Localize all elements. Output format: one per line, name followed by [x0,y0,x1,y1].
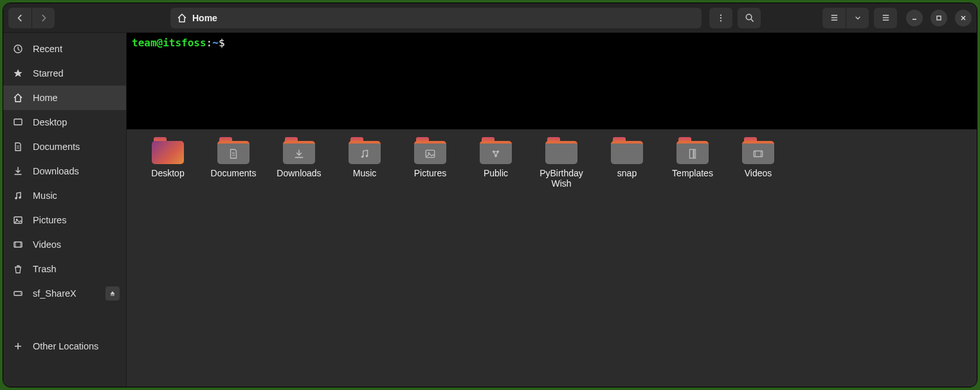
svg-rect-12 [937,16,941,20]
star-icon [12,68,24,79]
sidebar-item-label: Other Locations [33,341,98,351]
file-item-snap[interactable]: snap [596,136,658,189]
svg-point-27 [20,293,21,294]
sidebar-item-home[interactable]: Home [3,86,126,110]
file-item-templates[interactable]: Templates [662,136,723,189]
sidebar-item-label: Recent [33,44,62,54]
sidebar-item-label: Videos [33,239,61,250]
svg-line-4 [751,19,753,21]
maximize-button[interactable] [930,10,947,26]
clock-icon [12,44,24,54]
home-icon [177,13,187,23]
search-button[interactable] [738,8,761,28]
sidebar-item-label: Desktop [33,117,67,127]
file-item-desktop[interactable]: Desktop [137,136,199,189]
sidebar-item-recent[interactable]: Recent [3,37,126,61]
sidebar-item-videos[interactable]: Videos [3,232,126,257]
sidebar-item-pictures[interactable]: Pictures [3,208,126,232]
sidebar-item-sfsharex[interactable]: sf_ShareX [3,281,126,306]
folder-icon [414,137,446,164]
minimize-button[interactable] [906,10,923,26]
svg-rect-16 [14,119,22,125]
file-item-videos[interactable]: Videos [727,136,789,189]
path-location: Home [192,13,217,23]
file-label: Pictures [414,168,447,178]
svg-point-1 [720,17,721,18]
sidebar-item-documents[interactable]: Documents [3,135,126,159]
svg-point-3 [746,14,751,19]
sidebar-item-label: Starred [33,68,64,79]
view-dropdown-button[interactable] [846,8,869,28]
sidebar: Recent Starred Home Desktop [3,33,127,387]
svg-line-41 [496,152,498,156]
file-item-public[interactable]: Public [465,136,527,189]
terminal-user: team [132,37,157,49]
file-label: PyBirthday Wish [540,168,583,189]
view-buttons [822,8,869,28]
sidebar-item-starred[interactable]: Starred [3,61,126,86]
sidebar-item-label: Documents [33,142,80,152]
folder-icon [611,137,643,164]
svg-line-40 [494,152,496,156]
file-item-music[interactable]: Music [334,136,395,189]
hamburger-menu-button[interactable] [874,8,897,28]
sidebar-item-label: Trash [33,264,57,274]
trash-icon [12,264,24,274]
kebab-menu-button[interactable] [709,8,732,28]
file-label: Downloads [277,168,321,178]
drive-icon [12,288,24,299]
home-icon [12,93,24,103]
file-label: Desktop [151,168,184,178]
terminal-path: ~ [212,37,219,49]
folder-icon [742,137,774,164]
document-icon [12,142,24,152]
desktop-folder-icon [152,137,184,164]
svg-point-32 [361,156,364,158]
download-icon [12,166,24,176]
svg-rect-42 [690,149,694,158]
back-button[interactable] [8,8,32,28]
window-body: Recent Starred Home Desktop [3,33,977,387]
sidebar-item-music[interactable]: Music [3,183,126,208]
terminal-at: @ [157,37,163,49]
file-item-pybirthdaywish[interactable]: PyBirthday Wish [531,136,592,189]
file-manager-window: Home [3,3,977,387]
close-button[interactable] [955,10,972,26]
nav-buttons [8,8,55,28]
embedded-terminal[interactable]: team@itsfoss:~$ [127,33,977,129]
folder-icon [545,137,577,164]
svg-point-20 [19,196,21,199]
svg-point-2 [720,20,721,21]
folder-icon [283,137,315,164]
forward-button[interactable] [32,8,55,28]
headerbar: Home [3,3,977,33]
folder-icon [676,137,709,164]
folder-icon [480,137,512,164]
eject-button[interactable] [105,286,120,301]
file-item-pictures[interactable]: Pictures [399,136,461,189]
sidebar-item-label: Downloads [33,166,79,176]
path-bar[interactable]: Home [170,8,702,28]
sidebar-item-trash[interactable]: Trash [3,257,126,281]
sidebar-item-downloads[interactable]: Downloads [3,159,126,183]
file-label: Music [353,168,377,178]
svg-point-19 [15,197,17,200]
music-icon [12,190,24,201]
list-view-button[interactable] [822,8,846,28]
file-grid: Desktop Documents [127,129,977,387]
file-item-downloads[interactable]: Downloads [268,136,330,189]
window-controls [906,10,972,26]
terminal-prompt: $ [219,37,225,49]
file-label: Documents [211,168,257,178]
svg-rect-43 [694,149,695,158]
main-pane: team@itsfoss:~$ Desktop Documents [127,33,977,387]
folder-icon [217,137,250,164]
video-icon [12,239,24,250]
sidebar-item-desktop[interactable]: Desktop [3,110,126,135]
sidebar-item-other-locations[interactable]: Other Locations [3,334,126,358]
sidebar-item-label: Pictures [33,215,66,225]
terminal-host: itsfoss [163,37,206,49]
terminal-colon: : [206,37,213,49]
file-item-documents[interactable]: Documents [203,136,264,189]
desktop-icon [12,117,24,127]
